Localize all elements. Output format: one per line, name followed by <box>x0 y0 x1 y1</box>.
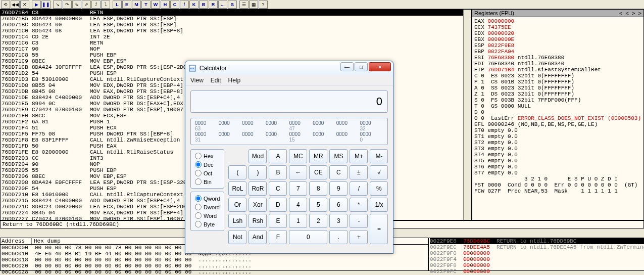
bit-group[interactable]: 0000 <box>266 120 289 126</box>
calc-btn-1[interactable]: 1 <box>289 214 307 228</box>
stack-panel[interactable]: 0022F9E8 76DD69BC RETURN to ntdll.76DD69… <box>428 238 644 271</box>
calc-btn-[interactable]: √ <box>370 165 388 179</box>
register-line[interactable]: FST 0000 Cond 0 0 0 0 Err 0 0 0 0 0 0 0 … <box>474 182 641 188</box>
radio-input-byte[interactable] <box>195 221 202 227</box>
calc-btn-5[interactable]: 5 <box>309 198 327 212</box>
calc-btn-[interactable]: = <box>370 214 388 244</box>
register-line[interactable]: ECX 74375EE <box>474 24 641 30</box>
stack-row[interactable]: 0022F9F4 00000000 <box>430 256 644 262</box>
register-line[interactable]: EBP 0022FA04 <box>474 49 641 55</box>
radio-input-bin[interactable] <box>195 178 202 185</box>
bit-group[interactable] <box>266 137 289 143</box>
bit-group[interactable] <box>219 137 242 143</box>
registers-panel[interactable]: Registers (FPU) < < > > EAX 00000000ECX … <box>472 9 644 220</box>
calc-btn-mr[interactable]: MR <box>309 149 327 163</box>
calc-btn-f[interactable]: F <box>269 230 287 244</box>
register-line[interactable]: ST1 empty 0.0 <box>474 133 641 140</box>
stack-row[interactable]: 0022F9F8 00000000 <box>430 262 644 268</box>
calc-btn-mc[interactable]: MC <box>289 149 307 163</box>
toolbar-t-button[interactable]: T <box>141 1 151 9</box>
bit-group[interactable]: 15 <box>289 137 313 143</box>
toolbar-stepinto[interactable]: ↘ <box>53 1 62 9</box>
radio-input-hex[interactable] <box>195 153 202 159</box>
bit-group[interactable]: 0000 <box>360 120 383 126</box>
bit-group[interactable] <box>242 126 266 131</box>
menu-edit[interactable]: Edit <box>211 77 221 84</box>
bit-group[interactable]: 0000 <box>336 120 360 126</box>
menu-help[interactable]: Help <box>228 77 240 84</box>
register-line[interactable]: ST0 empty 0.0 <box>474 127 641 133</box>
register-line[interactable]: P 1 CS 001B 32bit 0(FFFFFFFF) <box>474 79 641 85</box>
calc-btn-1x[interactable]: 1/x <box>370 198 388 212</box>
toolbar-/-button[interactable]: / <box>180 1 189 9</box>
disasm-row[interactable]: 76DD71C6C3RETN <box>1 40 471 46</box>
bit-group[interactable]: 0000 <box>313 120 336 126</box>
disasm-row[interactable]: 76DD71BC8D6424 00LEA ESP,DWORD PTR SS:[E… <box>1 22 471 28</box>
scrollbar[interactable] <box>463 10 471 220</box>
bit-group[interactable] <box>336 137 360 143</box>
register-line[interactable]: EIP 76DD71B4 ntdll.KiFastSystemCallRet <box>474 67 641 73</box>
register-line[interactable]: ST5 empty 0.0 <box>474 158 641 164</box>
bit-group[interactable]: 0000 <box>195 131 219 137</box>
calc-btn-not[interactable]: Not <box>228 230 246 244</box>
bit-group[interactable]: 0000 <box>289 131 313 137</box>
toolbar-e-button[interactable]: E <box>122 1 131 9</box>
close-button[interactable]: ✕ <box>369 62 391 71</box>
calc-btn-2[interactable]: 2 <box>309 214 327 228</box>
toolbar-close[interactable]: ✕ <box>20 1 29 9</box>
register-line[interactable]: ESP 0022F9E8 <box>474 42 641 49</box>
calc-btn-and[interactable]: And <box>249 230 267 244</box>
calc-btn-[interactable]: ± <box>350 165 368 179</box>
bit-group[interactable]: 31 <box>195 137 219 143</box>
toolbar-b-button[interactable]: B <box>199 1 208 9</box>
calc-btn-[interactable]: ← <box>289 165 307 179</box>
toolbar-k-button[interactable]: K <box>189 1 199 9</box>
calc-btn-[interactable]: . <box>329 230 348 244</box>
register-line[interactable]: A 0 SS 0023 32bit 0(FFFFFFFF) <box>474 85 641 91</box>
radio-oct[interactable]: Oct <box>195 170 220 176</box>
disasm-row[interactable]: 76DD71C855PUSH EBP <box>1 52 471 58</box>
toolbar-tillret[interactable]: ⤴ <box>91 1 101 9</box>
toolbar-rewind[interactable]: ◀◀ <box>11 1 20 9</box>
bit-group[interactable]: 32 <box>360 126 383 131</box>
calc-btn-e[interactable]: E <box>269 214 287 228</box>
toolbar-traceinto[interactable]: ⇘ <box>72 1 81 9</box>
calc-btn-or[interactable]: Or <box>228 198 246 212</box>
toolbar-tilluser[interactable]: ⤵ <box>101 1 110 9</box>
radio-dword[interactable]: Dword <box>195 204 220 210</box>
menu-view[interactable]: View <box>190 77 204 84</box>
stack-row[interactable]: 0022F9FC 00000000 <box>430 268 644 274</box>
register-line[interactable]: EFL 00000246 (NO,NB,E,BE,NS,PE,GE,LE) <box>474 121 641 127</box>
bit-group[interactable] <box>313 137 336 143</box>
calculator-bit-display[interactable]: 00000000000000000000000000000000 634732 … <box>190 118 388 145</box>
register-line[interactable]: EAX 00000000 <box>474 18 641 24</box>
calc-btn-m[interactable]: M+ <box>350 149 368 163</box>
stack-row[interactable]: 0022F9EC 76DEE4A5 RETURN to ntdll.76DEE4… <box>430 244 644 250</box>
disasm-row[interactable]: 76DD71B58DA424 00000000LEA ESP,DWORD PTR… <box>1 16 471 22</box>
calc-btn-0[interactable]: 0 <box>289 230 327 244</box>
bit-group[interactable]: 0000 <box>195 120 219 126</box>
bit-group[interactable]: 63 <box>195 126 219 131</box>
disasm-row[interactable]: 76DD71C4CD 2EINT 2E <box>1 34 471 40</box>
bit-group[interactable]: 0000 <box>336 131 360 137</box>
register-line[interactable]: D 0 <box>474 109 641 115</box>
radio-input-dword[interactable] <box>195 204 202 210</box>
toolbar-c-button[interactable]: C <box>170 1 179 9</box>
calculator-titlebar[interactable]: Calculator — □ ✕ <box>185 61 393 75</box>
calc-btn-b[interactable]: B <box>269 165 287 179</box>
disasm-row[interactable]: 76DD71C08D5424 08LEA EDX,DWORD PTR SS:[E… <box>1 28 471 34</box>
toolbar-traceover[interactable]: ⇗ <box>82 1 91 9</box>
toolbar-help[interactable]: ? <box>259 1 268 9</box>
minimize-button[interactable]: — <box>340 62 354 71</box>
calc-btn-[interactable]: + <box>350 230 368 244</box>
toolbar-r-button[interactable]: R <box>209 1 218 9</box>
register-line[interactable]: EBX 0000000E <box>474 36 641 42</box>
register-line[interactable]: FCW 027F Prec NEAR,53 Mask 1 1 1 1 1 1 <box>474 188 641 194</box>
bit-group[interactable] <box>336 126 360 131</box>
calc-btn-[interactable]: / <box>350 181 368 196</box>
bit-group[interactable] <box>242 137 266 143</box>
registers-nav[interactable]: < < > > <box>619 10 641 16</box>
toolbar-l-button[interactable]: L <box>113 1 122 9</box>
bit-group[interactable]: 0000 <box>242 131 266 137</box>
radio-input-oct[interactable] <box>195 170 202 176</box>
